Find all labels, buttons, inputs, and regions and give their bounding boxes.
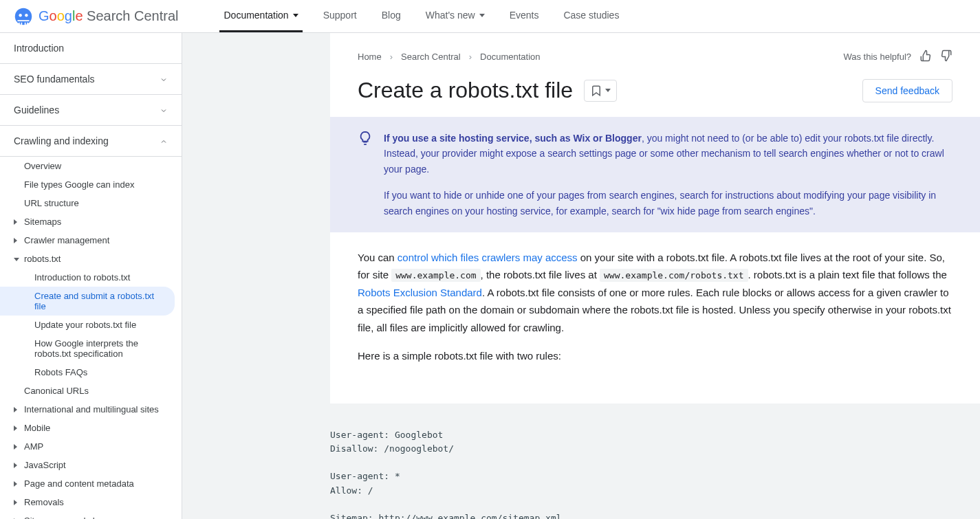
intro-paragraph: You can control which files crawlers may… bbox=[358, 249, 952, 337]
nav-removals[interactable]: Removals bbox=[0, 493, 182, 511]
nav-robots-update[interactable]: Update your robots.txt file bbox=[0, 316, 182, 334]
chevron-right-icon: › bbox=[390, 52, 393, 62]
thumbs-up-icon[interactable] bbox=[919, 49, 932, 64]
helpful-label: Was this helpful? bbox=[843, 52, 911, 62]
example-intro: Here is a simple robots.txt file with tw… bbox=[358, 347, 952, 365]
main-content: Home › Search Central › Documentation Wa… bbox=[330, 33, 980, 519]
nav-url-structure[interactable]: URL structure bbox=[0, 194, 182, 212]
sidebar-section-guidelines[interactable]: Guidelines bbox=[0, 95, 182, 126]
svg-rect-3 bbox=[17, 20, 30, 21]
bookmark-icon bbox=[590, 85, 602, 97]
svg-point-0 bbox=[15, 8, 32, 25]
secondary-gap bbox=[182, 33, 330, 519]
send-feedback-button[interactable]: Send feedback bbox=[862, 79, 952, 102]
page-title: Create a robots.txt file bbox=[358, 78, 573, 103]
top-nav-case-studies[interactable]: Case studies bbox=[559, 0, 623, 32]
code-site: www.example.com bbox=[391, 269, 480, 282]
chevron-right-icon: › bbox=[469, 52, 472, 62]
sidebar-section-seo[interactable]: SEO fundamentals bbox=[0, 64, 182, 95]
top-nav-documentation[interactable]: Documentation bbox=[219, 0, 302, 32]
nav-robots-create[interactable]: Create and submit a robots.txt file bbox=[0, 287, 175, 316]
top-nav-events[interactable]: Events bbox=[505, 0, 543, 32]
svg-rect-6 bbox=[25, 22, 26, 25]
breadcrumb-home[interactable]: Home bbox=[358, 52, 382, 62]
top-nav-what-s-new[interactable]: What's new bbox=[422, 0, 489, 32]
nav-canonical[interactable]: Canonical URLs bbox=[0, 382, 182, 400]
nav-amp[interactable]: AMP bbox=[0, 437, 182, 456]
svg-rect-4 bbox=[19, 22, 20, 25]
logo-area[interactable]: Google Search Central bbox=[14, 7, 178, 26]
sidebar-section-introduction[interactable]: Introduction bbox=[0, 33, 182, 64]
chevron-up-icon bbox=[160, 137, 168, 145]
top-nav: DocumentationSupportBlogWhat's newEvents… bbox=[219, 0, 623, 32]
nav-robots-faq[interactable]: Robots FAQs bbox=[0, 363, 182, 382]
nav-crawler-mgmt[interactable]: Crawler management bbox=[0, 231, 182, 250]
nav-js[interactable]: JavaScript bbox=[0, 456, 182, 474]
breadcrumb: Home › Search Central › Documentation bbox=[358, 52, 541, 62]
chevron-down-icon bbox=[160, 106, 168, 114]
nav-intl[interactable]: International and multilingual sites bbox=[0, 400, 182, 419]
code-robots-path: www.example.com/robots.txt bbox=[600, 269, 748, 282]
bookmark-button[interactable] bbox=[584, 80, 617, 102]
gsc-logo-icon bbox=[14, 7, 33, 26]
sidebar-section-crawling[interactable]: Crawling and indexing bbox=[0, 126, 182, 157]
svg-point-2 bbox=[25, 14, 28, 16]
sidebar: Introduction SEO fundamentals Guidelines… bbox=[0, 33, 182, 519]
code-example: User-agent: Googlebot Disallow: /nogoogl… bbox=[330, 404, 980, 519]
breadcrumb-documentation[interactable]: Documentation bbox=[480, 52, 540, 62]
top-nav-blog[interactable]: Blog bbox=[378, 0, 405, 32]
helpful-widget: Was this helpful? bbox=[843, 49, 952, 64]
nav-robots-interpret[interactable]: How Google interprets the robots.txt spe… bbox=[0, 334, 182, 363]
link-robots-standard[interactable]: Robots Exclusion Standard bbox=[358, 287, 482, 298]
tip-callout: If you use a site hosting service, such … bbox=[330, 117, 980, 232]
lightbulb-icon bbox=[358, 131, 373, 219]
link-control-files[interactable]: control which files crawlers may access bbox=[398, 252, 578, 263]
nav-site-moves[interactable]: Site moves and changes bbox=[0, 511, 182, 519]
thumbs-down-icon[interactable] bbox=[940, 49, 952, 64]
tip-strong: If you use a site hosting service, such … bbox=[384, 133, 642, 144]
nav-robots[interactable]: robots.txt bbox=[0, 250, 182, 268]
nav-sitemaps[interactable]: Sitemaps bbox=[0, 212, 182, 231]
chevron-down-icon bbox=[479, 14, 485, 17]
chevron-down-icon bbox=[160, 75, 168, 83]
svg-rect-5 bbox=[21, 22, 23, 25]
nav-overview[interactable]: Overview bbox=[0, 157, 182, 175]
top-header: Google Search Central DocumentationSuppo… bbox=[0, 0, 980, 33]
svg-point-1 bbox=[19, 14, 21, 16]
breadcrumb-search-central[interactable]: Search Central bbox=[401, 52, 461, 62]
nav-mobile[interactable]: Mobile bbox=[0, 419, 182, 437]
nav-page-meta[interactable]: Page and content metadata bbox=[0, 474, 182, 493]
chevron-down-icon bbox=[293, 14, 298, 17]
svg-rect-7 bbox=[27, 22, 28, 25]
brand-text: Google Search Central bbox=[39, 8, 178, 24]
nav-robots-intro[interactable]: Introduction to robots.txt bbox=[0, 268, 182, 287]
tip-text-2: If you want to hide or unhide one of you… bbox=[384, 188, 952, 219]
top-nav-support[interactable]: Support bbox=[319, 0, 361, 32]
nav-filetypes[interactable]: File types Google can index bbox=[0, 175, 182, 194]
chevron-down-icon bbox=[605, 89, 611, 92]
